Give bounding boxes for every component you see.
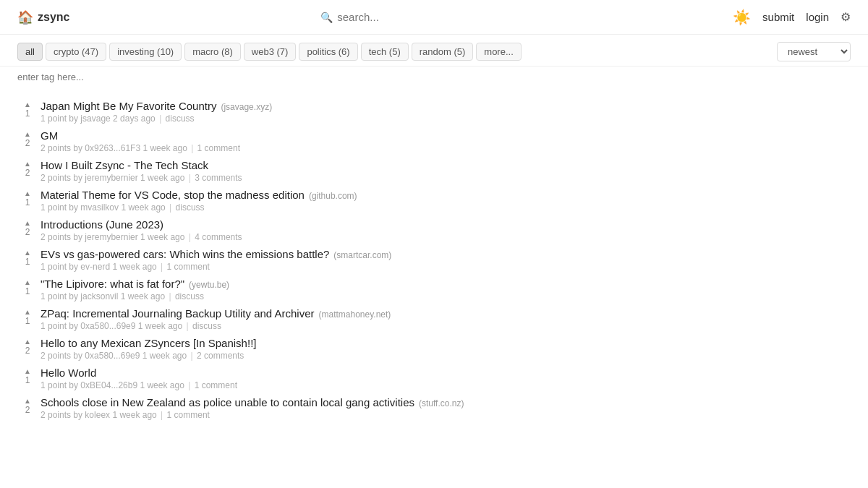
home-icon: 🏠	[17, 9, 33, 25]
search-area: 🔍	[69, 11, 733, 23]
post-content: GM2 points by 0x9263...61F3 1 week ago |…	[38, 129, 851, 153]
submit-link[interactable]: submit	[762, 11, 794, 23]
post-title-row: Hello to any Mexican ZSyncers [In Spanis…	[41, 337, 851, 349]
post-row: ▲2Schools close in New Zealand as police…	[17, 392, 851, 421]
post-discuss-link[interactable]: discuss	[176, 202, 205, 213]
post-title[interactable]: EVs vs gas-powered cars: Which wins the …	[41, 248, 329, 260]
upvote-button[interactable]: ▲	[24, 398, 31, 405]
logo-text: zsync	[38, 11, 69, 24]
logo[interactable]: 🏠 zsync	[17, 9, 69, 25]
vote-col: ▲1	[17, 248, 38, 266]
post-meta: 2 points by jeremybernier 1 week ago | 3…	[41, 173, 851, 183]
meta-divider: |	[189, 173, 191, 183]
post-title[interactable]: ZPaq: Incremental Journaling Backup Util…	[41, 307, 315, 320]
meta-divider: |	[169, 291, 171, 301]
post-title[interactable]: Introductions (June 2023)	[41, 218, 163, 231]
post-content: ZPaq: Incremental Journaling Backup Util…	[38, 307, 851, 331]
tags-bar: allcrypto (47)investing (10)macro (8)web…	[0, 35, 868, 67]
tag-btn-all[interactable]: all	[17, 43, 43, 61]
vote-count: 1	[25, 287, 30, 296]
post-comments-link[interactable]: 2 comments	[197, 351, 244, 361]
settings-icon[interactable]: ⚙	[841, 10, 851, 24]
tag-btn-investing[interactable]: investing (10)	[109, 43, 182, 61]
upvote-button[interactable]: ▲	[24, 338, 31, 346]
post-title[interactable]: Schools close in New Zealand as police u…	[41, 396, 414, 408]
vote-col: ▲1	[17, 100, 38, 118]
tag-btn-web3[interactable]: web3 (7)	[244, 43, 297, 61]
meta-divider: |	[161, 262, 163, 272]
post-meta: 2 points by koleex 1 week ago | 1 commen…	[41, 410, 851, 420]
post-discuss-link[interactable]: discuss	[192, 321, 221, 331]
login-link[interactable]: login	[806, 11, 829, 23]
vote-col: ▲2	[17, 218, 38, 236]
vote-count: 2	[25, 139, 30, 147]
post-content: Introductions (June 2023)2 points by jer…	[38, 218, 851, 242]
sort-select[interactable]: newesttophot	[777, 42, 851, 61]
upvote-button[interactable]: ▲	[24, 309, 31, 316]
post-row: ▲1ZPaq: Incremental Journaling Backup Ut…	[17, 303, 851, 333]
search-input[interactable]	[337, 11, 482, 23]
post-title[interactable]: Material Theme for VS Code, stop the mad…	[41, 189, 305, 201]
vote-col: ▲1	[17, 189, 38, 207]
post-title[interactable]: How I Built Zsync - The Tech Stack	[41, 159, 208, 171]
post-comments-link[interactable]: 1 comment	[197, 143, 240, 153]
meta-divider: |	[186, 321, 188, 331]
upvote-button[interactable]: ▲	[24, 190, 31, 197]
post-title[interactable]: "The Lipivore: what is fat for?"	[41, 278, 184, 290]
tag-btn-crypto[interactable]: crypto (47)	[46, 43, 106, 61]
post-title[interactable]: Japan Might Be My Favorite Country	[41, 100, 216, 112]
post-row: ▲2Introductions (June 2023)2 points by j…	[17, 214, 851, 244]
post-title-row: EVs vs gas-powered cars: Which wins the …	[41, 248, 851, 260]
post-comments-link[interactable]: 1 comment	[167, 262, 210, 272]
vote-col: ▲2	[17, 159, 38, 177]
post-row: ▲1Hello World1 point by 0xBE04...26b9 1 …	[17, 362, 851, 392]
vote-count: 2	[25, 228, 30, 236]
post-discuss-link[interactable]: discuss	[166, 114, 195, 124]
upvote-button[interactable]: ▲	[24, 160, 31, 168]
post-title-row: Schools close in New Zealand as police u…	[41, 396, 851, 408]
vote-col: ▲2	[17, 337, 38, 355]
post-domain: (yewtu.be)	[189, 280, 229, 290]
post-discuss-link[interactable]: discuss	[175, 291, 204, 301]
post-title-row: Japan Might Be My Favorite Country(jsava…	[41, 100, 851, 112]
post-comments-link[interactable]: 1 comment	[195, 380, 237, 390]
theme-toggle-icon[interactable]: ☀️	[733, 9, 751, 26]
post-meta: 2 points by 0xa580...69e9 1 week ago | 2…	[41, 351, 851, 361]
post-domain: (mattmahoney.net)	[319, 309, 391, 320]
post-title[interactable]: GM	[41, 129, 58, 142]
tag-btn-tech[interactable]: tech (5)	[361, 43, 409, 61]
post-comments-link[interactable]: 3 comments	[195, 173, 242, 183]
tag-btn-politics[interactable]: politics (6)	[299, 43, 357, 61]
post-comments-link[interactable]: 4 comments	[195, 232, 242, 242]
header-right: ☀️ submit login ⚙	[733, 9, 851, 26]
post-title[interactable]: Hello to any Mexican ZSyncers [In Spanis…	[41, 337, 256, 349]
vote-count: 1	[25, 257, 30, 266]
upvote-button[interactable]: ▲	[24, 220, 31, 227]
tag-btn-more[interactable]: more...	[476, 43, 521, 61]
post-title-row: Material Theme for VS Code, stop the mad…	[41, 189, 851, 201]
post-row: ▲1EVs vs gas-powered cars: Which wins th…	[17, 244, 851, 273]
upvote-button[interactable]: ▲	[24, 101, 31, 108]
meta-divider: |	[169, 202, 171, 213]
post-meta: 2 points by 0x9263...61F3 1 week ago | 1…	[41, 143, 851, 153]
post-comments-link[interactable]: 1 comment	[167, 410, 210, 420]
upvote-button[interactable]: ▲	[24, 131, 31, 138]
vote-count: 1	[25, 376, 30, 385]
post-content: Material Theme for VS Code, stop the mad…	[38, 189, 851, 213]
post-meta: 1 point by jacksonvil 1 week ago | discu…	[41, 291, 851, 301]
post-content: Schools close in New Zealand as police u…	[38, 396, 851, 420]
upvote-button[interactable]: ▲	[24, 279, 31, 286]
post-row: ▲1Material Theme for VS Code, stop the m…	[17, 184, 851, 214]
tag-input[interactable]	[17, 72, 139, 82]
upvote-button[interactable]: ▲	[24, 249, 31, 257]
post-content: How I Built Zsync - The Tech Stack2 poin…	[38, 159, 851, 183]
tag-btn-random[interactable]: random (5)	[412, 43, 474, 61]
post-row: ▲2GM2 points by 0x9263...61F3 1 week ago…	[17, 125, 851, 155]
upvote-button[interactable]: ▲	[24, 368, 31, 375]
tag-input-row	[0, 67, 868, 90]
post-title[interactable]: Hello World	[41, 367, 96, 379]
tag-btn-macro[interactable]: macro (8)	[184, 43, 241, 61]
meta-divider: |	[191, 143, 193, 153]
post-meta: 1 point by ev-nerd 1 week ago | 1 commen…	[41, 262, 851, 272]
post-row: ▲2How I Built Zsync - The Tech Stack2 po…	[17, 155, 851, 184]
